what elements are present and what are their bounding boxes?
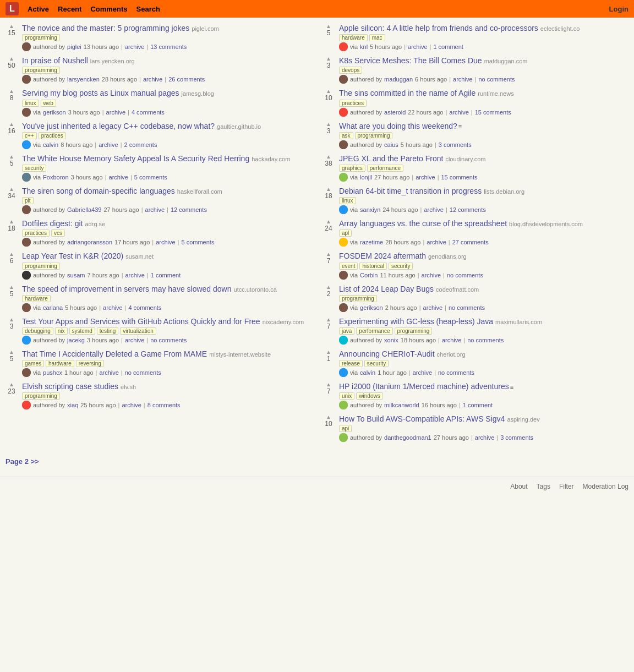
tag[interactable]: hardware: [22, 295, 51, 302]
upvote-button[interactable]: ▲: [9, 381, 14, 387]
comments-link[interactable]: 3 comments: [439, 141, 472, 148]
comments-link[interactable]: no comments: [150, 337, 187, 343]
upvote-button[interactable]: ▲: [9, 56, 14, 62]
tag[interactable]: mac: [369, 34, 385, 41]
author-link[interactable]: Foxboron: [43, 174, 68, 181]
tag[interactable]: reversing: [76, 360, 104, 367]
post-title[interactable]: What are you doing this weekend?: [339, 122, 457, 130]
archive-link[interactable]: archive: [99, 369, 118, 376]
comments-link[interactable]: 1 comment: [463, 402, 493, 408]
archive-link[interactable]: archive: [99, 141, 118, 148]
upvote-button[interactable]: ▲: [9, 218, 14, 225]
author-link[interactable]: caius: [384, 141, 398, 148]
upvote-button[interactable]: ▲: [9, 284, 14, 290]
nav-active[interactable]: Active: [28, 5, 49, 13]
post-title[interactable]: The White House Memory Safety Appeal Is …: [22, 154, 249, 163]
upvote-button[interactable]: ▲: [9, 23, 14, 29]
archive-link[interactable]: archive: [109, 174, 128, 181]
upvote-button[interactable]: ▲: [9, 88, 14, 94]
comments-link[interactable]: 5 comments: [134, 174, 167, 181]
archive-link[interactable]: archive: [125, 337, 144, 343]
post-title[interactable]: FOSDEM 2024 aftermath: [339, 252, 426, 260]
tag[interactable]: vcs: [51, 230, 65, 237]
author-link[interactable]: larsyencken: [67, 76, 100, 83]
comments-link[interactable]: no comments: [467, 337, 504, 343]
footer-modlog[interactable]: Moderation Log: [583, 483, 628, 490]
upvote-button[interactable]: ▲: [9, 186, 14, 192]
tag[interactable]: linux: [339, 197, 356, 204]
upvote-button[interactable]: ▲: [326, 284, 331, 290]
author-link[interactable]: calvin: [43, 141, 58, 148]
archive-link[interactable]: archive: [475, 434, 494, 441]
tag[interactable]: historical: [359, 263, 386, 270]
tag[interactable]: security: [389, 263, 413, 270]
tag[interactable]: practices: [339, 100, 367, 107]
comments-link[interactable]: no comments: [447, 272, 483, 278]
comments-link[interactable]: 5 comments: [181, 239, 214, 245]
author-link[interactable]: adriangoransson: [67, 239, 112, 245]
tag[interactable]: debugging: [22, 327, 53, 335]
author-link[interactable]: carlana: [43, 304, 63, 311]
comments-link[interactable]: 27 comments: [452, 239, 489, 245]
tag[interactable]: performance: [367, 165, 403, 172]
footer-about[interactable]: About: [510, 483, 527, 490]
post-title[interactable]: K8s Service Meshes: The Bill Comes Due: [339, 56, 482, 65]
comments-link[interactable]: 8 comments: [147, 402, 181, 408]
comments-link[interactable]: 12 comments: [171, 206, 207, 213]
archive-link[interactable]: archive: [424, 206, 443, 213]
tag[interactable]: programming: [22, 34, 60, 41]
comments-link[interactable]: no comments: [449, 304, 485, 311]
archive-link[interactable]: archive: [453, 76, 472, 83]
comments-link[interactable]: no comments: [478, 76, 515, 83]
archive-link[interactable]: archive: [442, 337, 461, 343]
archive-link[interactable]: archive: [423, 304, 442, 311]
tag[interactable]: apl: [339, 230, 352, 237]
author-link[interactable]: razetime: [360, 239, 383, 245]
tag[interactable]: web: [41, 100, 56, 107]
tag[interactable]: practices: [22, 230, 50, 237]
archive-link[interactable]: archive: [416, 174, 435, 181]
tag[interactable]: games: [22, 360, 44, 367]
archive-link[interactable]: archive: [122, 402, 141, 408]
author-link[interactable]: danthegoodman1: [384, 434, 431, 441]
login-button[interactable]: Login: [609, 5, 628, 13]
author-link[interactable]: jacekg: [67, 337, 85, 343]
upvote-button[interactable]: ▲: [326, 381, 331, 387]
post-title[interactable]: Array languages vs. the curse of the spr…: [339, 219, 507, 228]
upvote-button[interactable]: ▲: [326, 56, 331, 62]
nav-search[interactable]: Search: [136, 5, 160, 13]
comments-link[interactable]: 13 comments: [150, 43, 187, 50]
author-link[interactable]: Corbin: [360, 272, 378, 278]
author-link[interactable]: gerikson: [43, 109, 66, 116]
post-title[interactable]: JPEG XL and the Pareto Front: [339, 154, 443, 163]
tag[interactable]: programming: [22, 67, 60, 74]
author-link[interactable]: xiaq: [67, 402, 78, 408]
footer-filter[interactable]: Filter: [559, 483, 574, 490]
nav-comments[interactable]: Comments: [90, 5, 127, 13]
tag[interactable]: hardware: [339, 34, 368, 41]
archive-link[interactable]: archive: [156, 239, 175, 245]
archive-link[interactable]: archive: [145, 206, 165, 213]
post-title[interactable]: Serving my blog posts as Linux manual pa…: [22, 89, 179, 97]
archive-link[interactable]: archive: [422, 272, 441, 278]
tag[interactable]: event: [339, 263, 358, 270]
upvote-button[interactable]: ▲: [326, 154, 331, 160]
post-title[interactable]: Leap Year Test in K&R (2020): [22, 252, 123, 260]
tag[interactable]: unix: [339, 392, 354, 400]
post-title[interactable]: Announcing CHERIoT-Audit: [339, 349, 435, 358]
upvote-button[interactable]: ▲: [326, 251, 331, 257]
upvote-button[interactable]: ▲: [9, 251, 14, 257]
upvote-button[interactable]: ▲: [326, 414, 331, 420]
upvote-button[interactable]: ▲: [9, 121, 14, 127]
upvote-button[interactable]: ▲: [9, 154, 14, 160]
tag[interactable]: virtualization: [120, 327, 156, 335]
archive-link[interactable]: archive: [125, 272, 144, 278]
post-title[interactable]: The novice and the master: 5 programming…: [22, 24, 189, 32]
author-link[interactable]: piglei: [67, 43, 81, 50]
upvote-button[interactable]: ▲: [326, 316, 331, 323]
tag[interactable]: api: [339, 425, 352, 432]
author-link[interactable]: maduggan: [384, 76, 413, 83]
nav-recent[interactable]: Recent: [58, 5, 81, 13]
tag[interactable]: testing: [97, 327, 118, 335]
tag[interactable]: performance: [356, 327, 392, 335]
